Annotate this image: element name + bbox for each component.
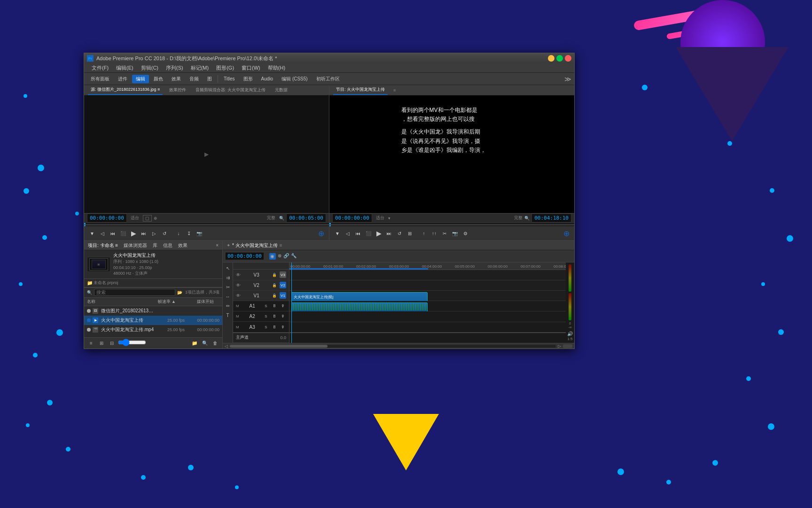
program-fit-btn[interactable]: ▾	[388, 216, 390, 221]
source-timecode[interactable]: 00:00:00:00	[87, 214, 127, 222]
menu-clip[interactable]: 剪辑(C)	[137, 64, 162, 72]
tl-timecode[interactable]: 00:00:00:00	[226, 253, 264, 260]
col-rate[interactable]: 帧速率 ▲	[138, 299, 176, 305]
menu-file[interactable]: 文件(F)	[88, 64, 112, 72]
pbt-list-view[interactable]: ≡	[87, 339, 95, 348]
toolbar-workspace[interactable]: 初听工作区	[312, 75, 344, 83]
source-btn-loop[interactable]: ↺	[160, 229, 169, 238]
tl-scroll-thumb[interactable]	[230, 345, 328, 348]
tl-tool-razor[interactable]: ✂	[224, 283, 232, 291]
timeline-tracks-content[interactable]: 00:00:00:00 00:01:00:00 00:02:00:00 00:0…	[289, 262, 566, 343]
col-name[interactable]: 名称	[87, 299, 138, 305]
track-v2-eye[interactable]: 👁	[236, 283, 252, 288]
maximize-button[interactable]	[556, 55, 563, 62]
track-v2-lock[interactable]: 🔒	[271, 282, 278, 288]
toolbar-more[interactable]: ≫	[564, 75, 571, 83]
source-btn-mark-in[interactable]: ▼	[88, 229, 96, 238]
timeline-ruler[interactable]: 00:00:00:00 00:01:00:00 00:02:00:00 00:0…	[289, 262, 566, 270]
menu-sequence[interactable]: 序列(S)	[162, 64, 187, 72]
prog-btn-add[interactable]: ⊕	[562, 229, 570, 238]
track-v1-lock[interactable]: 🔒	[271, 292, 278, 299]
toolbar-color[interactable]: 颜色	[150, 75, 167, 83]
prog-btn-extract[interactable]: ↑↑	[430, 229, 438, 238]
prog-btn-full-screen[interactable]: ⊞	[406, 229, 414, 238]
track-content-master[interactable]	[289, 333, 566, 343]
col-start[interactable]: 媒体开始	[176, 299, 214, 305]
source-btn-overwrite[interactable]: ↧	[185, 229, 193, 238]
project-tab-library[interactable]: 库	[153, 242, 157, 249]
prog-btn-mark-out[interactable]: ◁	[344, 229, 352, 238]
tl-menu[interactable]: ≡	[280, 243, 282, 248]
source-btn-next-frame[interactable]: ⏭	[140, 229, 148, 238]
prog-btn-prev[interactable]: ⏮	[354, 229, 362, 238]
track-a1-m[interactable]: M	[236, 304, 248, 308]
prog-btn-lift[interactable]: ↑	[420, 229, 428, 238]
program-zoom[interactable]: 完整	[514, 215, 523, 221]
tl-scroll-left[interactable]: ◁	[225, 344, 228, 349]
toolbar-edit[interactable]: 编辑	[132, 75, 149, 83]
source-tab-metadata[interactable]: 元数据	[272, 85, 290, 95]
tl-tool-ripple[interactable]: ⇉	[224, 274, 232, 281]
track-a3-m[interactable]: M	[236, 325, 248, 329]
prog-btn-stop[interactable]: ⬛	[364, 229, 373, 238]
timeline-scrollbar[interactable]: ◁ ▷	[223, 343, 574, 349]
prog-btn-play[interactable]: ▶	[375, 229, 383, 238]
source-btn-prev-frame[interactable]: ⏮	[109, 229, 117, 238]
pbt-delete[interactable]: 🗑	[211, 339, 219, 348]
search-input[interactable]	[94, 289, 175, 296]
track-v2-toggle[interactable]: V2	[280, 282, 286, 288]
project-tab-project[interactable]: 项目: 卡命名 ≡	[88, 242, 118, 249]
video-clip-v1[interactable]: 火火中国龙淘宝上传[视]	[291, 292, 428, 302]
source-btn-next-keyframe[interactable]: ▷	[150, 229, 158, 238]
tl-tool-select[interactable]: ↖	[224, 264, 232, 272]
program-zoom-icon[interactable]: 🔍	[524, 216, 530, 221]
tl-tool-slip[interactable]: ↔	[224, 293, 232, 300]
track-content-a1[interactable]	[289, 301, 566, 311]
track-a2-s[interactable]: S	[263, 313, 269, 320]
pbt-icon-view[interactable]: ⊞	[97, 339, 106, 348]
source-resolution[interactable]: ▢	[143, 215, 152, 222]
program-scrubber[interactable]	[329, 222, 574, 226]
file-item-sequence[interactable]: ▶ 火火中国龙淘宝上传 25.00 fps 00:00:00:00	[84, 316, 222, 325]
program-timecode[interactable]: 00:00:00:00	[332, 214, 372, 222]
tl-scroll-right[interactable]: ▷	[558, 344, 561, 349]
menu-graphics[interactable]: 图形(G)	[212, 64, 238, 72]
source-zoom[interactable]: 完整	[267, 215, 275, 221]
track-v3-lock[interactable]: 🔒	[271, 271, 278, 278]
track-a3-s[interactable]: S	[263, 324, 269, 330]
track-a1-volume[interactable]: 🎚	[271, 303, 278, 310]
track-v1-eye[interactable]: 👁	[236, 293, 252, 298]
track-a1-s[interactable]: S	[263, 303, 269, 310]
prog-btn-trim[interactable]: ✂	[440, 229, 449, 238]
prog-btn-mark-in[interactable]: ▼	[333, 229, 342, 238]
audio-clip-a1[interactable]	[291, 302, 428, 312]
folder-icon[interactable]: 📂	[177, 290, 182, 295]
prog-btn-next[interactable]: ⏭	[385, 229, 393, 238]
toolbar-ingest[interactable]: 进件	[114, 75, 131, 83]
tl-btn-track-output[interactable]: ◉	[269, 253, 276, 260]
prog-btn-loop[interactable]: ↺	[395, 229, 404, 238]
menu-window[interactable]: 窗口(W)	[238, 64, 264, 72]
source-btn-add[interactable]: ⊕	[317, 229, 325, 238]
project-tab-info[interactable]: 信息	[163, 242, 172, 249]
source-btn-stop[interactable]: ⬛	[119, 229, 127, 238]
tl-btn-linked[interactable]: 🔗	[283, 253, 289, 260]
project-panel-close[interactable]: ×	[216, 243, 219, 248]
speaker-icon[interactable]: 🔊	[567, 331, 573, 336]
toolbar-titles[interactable]: Titles	[220, 75, 239, 82]
project-tab-effects[interactable]: 效果	[178, 242, 187, 249]
track-v3-eye[interactable]: 👁	[236, 272, 252, 278]
track-v3-toggle[interactable]: V3	[280, 271, 286, 278]
toolbar-graphics-2[interactable]: 图形	[240, 75, 257, 83]
minimize-button[interactable]	[548, 55, 554, 62]
pbt-freeform[interactable]: ⊟	[108, 339, 116, 348]
sequence-item[interactable]: ▣ 火火中国龙淘宝上传 序列 · 1080 x 1080 (1.0)00:04:…	[84, 250, 222, 278]
menu-edit[interactable]: 编辑(E)	[112, 64, 137, 72]
prog-btn-camera[interactable]: 📷	[451, 229, 459, 238]
pbt-new-bin[interactable]: 📁	[190, 339, 199, 348]
menu-help[interactable]: 帮助(H)	[264, 64, 289, 72]
source-tab-effects[interactable]: 效果控件	[166, 85, 189, 95]
file-item-mp4[interactable]: 🎬 火火中国龙淘宝上传.mp4 25.00 fps 00:00:00:00	[84, 325, 222, 334]
track-a3-volume[interactable]: 🎚	[271, 324, 278, 330]
track-content-a3[interactable]	[289, 322, 566, 333]
